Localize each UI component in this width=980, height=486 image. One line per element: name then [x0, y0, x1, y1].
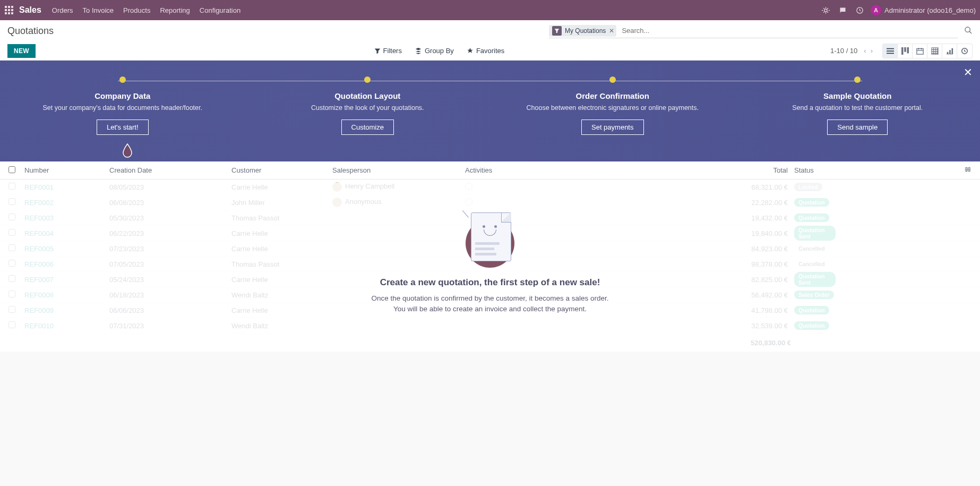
- svg-rect-0: [5, 6, 7, 8]
- col-number[interactable]: Number: [21, 166, 106, 174]
- search-icon[interactable]: [964, 26, 973, 36]
- step-desc: Choose between electronic signatures or …: [506, 104, 719, 113]
- onboarding-banner: ✕ Company Data Set your company's data f…: [0, 61, 980, 161]
- step-dot-icon: [854, 76, 861, 83]
- user-label: Administrator (odoo16_demo): [884, 6, 976, 14]
- download-icon[interactable]: [41, 46, 48, 55]
- onboarding-step-company: Company Data Set your company's data for…: [0, 70, 245, 135]
- onboarding-step-sample: Sample Quotation Send a quotation to tes…: [735, 70, 981, 135]
- search-chip-label: My Quotations: [565, 27, 606, 35]
- svg-rect-4: [8, 9, 10, 11]
- favorites-button[interactable]: Favorites: [467, 47, 504, 55]
- svg-rect-12: [901, 47, 904, 55]
- step-title: Order Confirmation: [506, 91, 719, 100]
- search-chip[interactable]: My Quotations ✕: [549, 25, 616, 37]
- onboarding-step-confirmation: Order Confirmation Choose between electr…: [490, 70, 735, 135]
- nav-brand[interactable]: Sales: [19, 5, 41, 15]
- nav-configuration[interactable]: Configuration: [200, 6, 240, 14]
- view-graph-icon[interactable]: [942, 44, 957, 58]
- view-switcher: [882, 44, 973, 58]
- view-activity-icon[interactable]: [957, 44, 972, 58]
- svg-rect-3: [5, 9, 7, 11]
- svg-point-11: [965, 27, 970, 32]
- step-cta-button[interactable]: Let's start!: [97, 120, 149, 135]
- user-menu[interactable]: A Administrator (odoo16_demo): [871, 5, 976, 15]
- svg-rect-6: [5, 12, 7, 14]
- group-by-button[interactable]: Group By: [415, 47, 454, 55]
- chat-icon[interactable]: [836, 3, 849, 17]
- drop-indicator-icon: [122, 143, 133, 159]
- page-title: Quotations: [7, 25, 54, 37]
- step-dot-icon: [609, 76, 616, 83]
- view-kanban-icon[interactable]: [898, 44, 913, 58]
- step-desc: Set your company's data for documents he…: [16, 104, 229, 113]
- clock-icon[interactable]: [853, 3, 866, 17]
- svg-rect-1: [8, 6, 10, 8]
- nav-reporting[interactable]: Reporting: [160, 6, 190, 14]
- new-button[interactable]: NEW: [7, 44, 36, 58]
- step-dot-icon: [364, 76, 371, 83]
- nav-orders[interactable]: Orders: [52, 6, 73, 14]
- step-desc: Send a quotation to test the customer po…: [751, 104, 965, 113]
- apps-icon[interactable]: [4, 5, 14, 15]
- breadcrumb-row: Quotations My Quotations ✕: [0, 20, 980, 41]
- col-salesperson[interactable]: Salesperson: [329, 166, 462, 174]
- step-dot-icon: [119, 76, 126, 83]
- col-activities[interactable]: Activities: [462, 166, 690, 174]
- svg-rect-7: [8, 12, 10, 14]
- col-status[interactable]: Status: [791, 166, 839, 174]
- select-all-checkbox[interactable]: [8, 166, 15, 173]
- pager-next-icon[interactable]: ›: [869, 47, 875, 55]
- search-box[interactable]: My Quotations ✕: [549, 23, 958, 38]
- svg-rect-5: [11, 9, 13, 11]
- view-list-icon[interactable]: [883, 44, 898, 58]
- step-title: Quotation Layout: [261, 91, 475, 100]
- search-input[interactable]: [620, 25, 958, 36]
- nav-products[interactable]: Products: [123, 6, 150, 14]
- view-calendar-icon[interactable]: [913, 44, 927, 58]
- columns-options-icon[interactable]: [964, 167, 972, 175]
- svg-rect-2: [11, 6, 13, 8]
- filters-button[interactable]: Filters: [374, 47, 402, 55]
- col-customer[interactable]: Customer: [228, 166, 329, 174]
- pager-text[interactable]: 1-10 / 10: [830, 47, 857, 55]
- step-cta-button[interactable]: Send sample: [827, 120, 888, 135]
- svg-point-9: [824, 9, 827, 12]
- bug-icon[interactable]: [819, 3, 832, 17]
- empty-title: Create a new quotation, the first step o…: [380, 277, 600, 288]
- document-smile-icon: ＼: [463, 209, 517, 268]
- svg-rect-13: [904, 47, 906, 52]
- step-cta-button[interactable]: Set payments: [581, 120, 644, 135]
- view-pivot-icon[interactable]: [927, 44, 942, 58]
- chip-close-icon[interactable]: ✕: [609, 27, 614, 35]
- svg-rect-14: [907, 47, 909, 53]
- col-total[interactable]: Total: [690, 166, 791, 174]
- step-cta-button[interactable]: Customize: [341, 120, 394, 135]
- pager-prev-icon[interactable]: ‹: [862, 47, 868, 55]
- col-creation-date[interactable]: Creation Date: [106, 166, 228, 174]
- filter-icon: [552, 26, 562, 36]
- toolbar: NEW Filters Group By Favorites 1-10 / 10…: [0, 41, 980, 61]
- svg-rect-8: [11, 12, 13, 14]
- step-desc: Customize the look of your quotations.: [261, 104, 475, 113]
- svg-rect-15: [916, 48, 923, 54]
- nav-to-invoice[interactable]: To Invoice: [83, 6, 114, 14]
- quotation-table: Number Creation Date Customer Salesperso…: [0, 161, 980, 352]
- top-nav: Sales Orders To Invoice Products Reporti…: [0, 0, 980, 20]
- step-title: Company Data: [16, 91, 229, 100]
- avatar: A: [871, 5, 881, 15]
- step-title: Sample Quotation: [751, 91, 965, 100]
- empty-text: Once the quotation is confirmed by the c…: [371, 293, 608, 315]
- onboarding-step-layout: Quotation Layout Customize the look of y…: [245, 70, 491, 135]
- table-header: Number Creation Date Customer Salesperso…: [0, 161, 980, 180]
- empty-state-overlay: ＼ Create a new quotation, the first step…: [0, 183, 980, 352]
